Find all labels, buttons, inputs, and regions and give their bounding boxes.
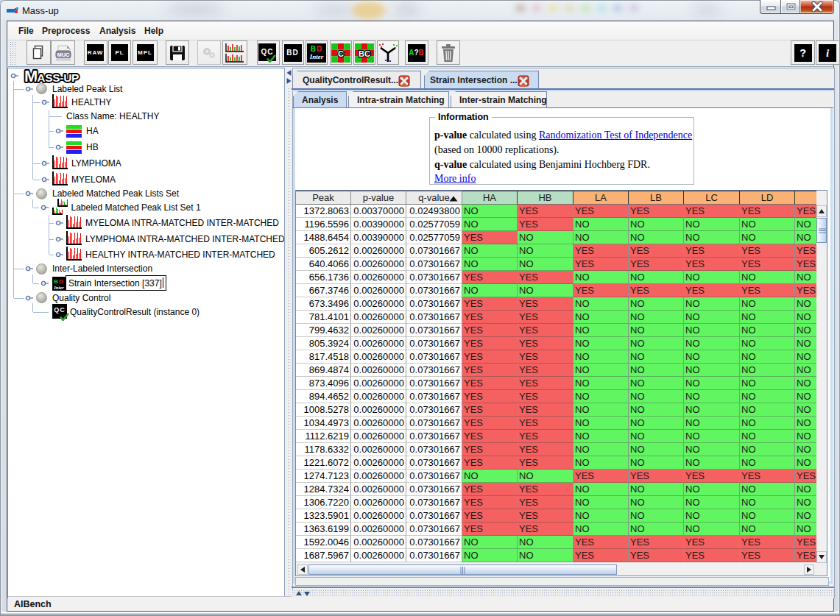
svg-text:MUC: MUC [57,52,70,58]
svg-text:BC: BC [359,49,370,57]
svg-text:C: C [338,49,344,57]
